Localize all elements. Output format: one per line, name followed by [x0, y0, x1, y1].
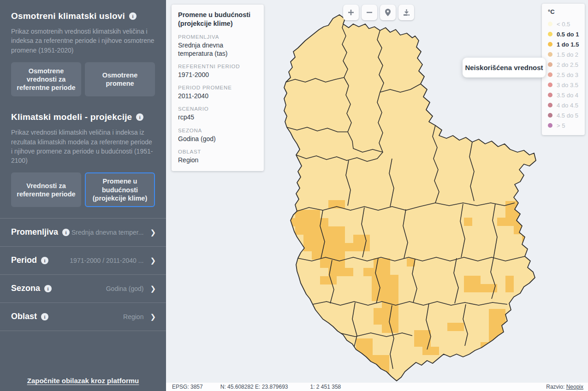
- observed-title-text: Osmotreni klimatski uslovi: [11, 11, 125, 21]
- legend-item[interactable]: 3 do 3.5: [548, 80, 580, 90]
- info-icon[interactable]: i: [44, 285, 52, 292]
- info-icon[interactable]: i: [62, 229, 70, 236]
- accordion-label-text: Promenljiva: [11, 227, 58, 237]
- legend-item-label: 1 do 1.5: [557, 41, 579, 48]
- legend-item-label: 3 do 3.5: [557, 82, 578, 89]
- legend-item[interactable]: < 0.5: [548, 19, 580, 29]
- zoom-in-button[interactable]: [343, 5, 359, 20]
- cursor-coordinates: N: 45.608282 E: 23.879693: [220, 384, 288, 390]
- chevron-right-icon: ❯: [150, 228, 156, 237]
- legend: °C < 0.50.5 do 11 do 1.51.5 do 22 do 2.5…: [542, 4, 585, 135]
- selection-summary-title: Promene u budućnosti (projekcije klime): [178, 11, 257, 28]
- legend-item[interactable]: 4.5 do 5: [548, 110, 580, 120]
- epsg-code: EPSG: 3857: [172, 384, 203, 390]
- legend-item-label: 2.5 do 3: [557, 71, 578, 78]
- climate-platform-app: Osmotreni klimatski uslovi i Prikaz osmo…: [0, 0, 588, 391]
- accordion-row-oblast[interactable]: OblastiRegion❯: [0, 303, 166, 331]
- models-section: Klimatski modeli - projekcije i Prikaz v…: [0, 107, 166, 217]
- summary-field-label: REFERENTNI PERIOD: [178, 64, 257, 69]
- legend-item[interactable]: 1 do 1.5: [548, 39, 580, 49]
- observed-section-title: Osmotreni klimatski uslovi i: [11, 11, 155, 21]
- credit-link[interactable]: Neopix: [566, 384, 583, 390]
- legend-item-label: 3.5 do 4: [557, 92, 578, 99]
- accordion-row-sezona[interactable]: SezonaiGodina (god)❯: [0, 275, 166, 303]
- legend-item[interactable]: 0.5 do 1: [548, 29, 580, 39]
- accordion-value: Godina (god): [106, 285, 150, 292]
- info-icon[interactable]: i: [129, 12, 137, 20]
- summary-field-value: Srednja dnevna temperatura (tas): [178, 41, 257, 58]
- legend-color-dot: [548, 32, 552, 36]
- summary-field-label: PERIOD PROMENE: [178, 85, 257, 90]
- summary-field-value: 1971-2000: [178, 71, 257, 79]
- accordion-label-text: Sezona: [11, 284, 40, 293]
- legend-color-dot: [548, 52, 552, 57]
- legend-item-label: 0.5 do 1: [557, 31, 579, 38]
- map-controls: [343, 5, 414, 20]
- model-future-button[interactable]: Promene u budućnosti (projekcije klime): [85, 172, 155, 207]
- accordion-label-text: Oblast: [11, 312, 37, 321]
- info-icon[interactable]: i: [41, 313, 48, 320]
- observed-changes-button[interactable]: Osmotrene promene: [85, 62, 155, 96]
- summary-field-value: rcp45: [178, 113, 257, 121]
- download-button[interactable]: [398, 5, 414, 20]
- legend-title: °C: [548, 8, 580, 15]
- legend-color-dot: [548, 93, 552, 97]
- tour-link[interactable]: Započnite obilazak kroz platformu: [0, 377, 166, 385]
- info-icon[interactable]: i: [41, 257, 48, 264]
- chevron-right-icon: ❯: [150, 313, 156, 321]
- selection-summary-panel: Promene u budućnosti (projekcije klime) …: [172, 5, 264, 171]
- accordion-value: Srednja dnevna temper...: [71, 229, 150, 236]
- summary-field-value: Region: [178, 156, 257, 164]
- models-title-text: Klimatski modeli - projekcije: [11, 112, 132, 122]
- legend-color-dot: [548, 22, 552, 26]
- info-icon[interactable]: i: [136, 113, 143, 121]
- plus-icon: [347, 9, 355, 16]
- credit-label: Razvio:: [546, 384, 564, 390]
- observed-description: Prikaz osmotrenih vrednosti klimatskih v…: [11, 27, 155, 55]
- legend-item[interactable]: 2.5 do 3: [548, 70, 580, 80]
- legend-item[interactable]: 1.5 do 2: [548, 49, 580, 59]
- legend-color-dot: [548, 62, 552, 67]
- accordion-label: Periodi: [11, 255, 48, 265]
- legend-color-dot: [548, 42, 552, 47]
- accordion-label: Promenljivai: [11, 227, 70, 237]
- summary-field-label: SEZONA: [178, 128, 257, 133]
- accordion-row-promenljiva[interactable]: PromenljivaiSrednja dnevna temper...❯: [0, 219, 166, 247]
- locate-button[interactable]: [380, 5, 396, 20]
- summary-field-value: 2011-2040: [178, 92, 257, 100]
- legend-color-dot: [548, 123, 552, 128]
- legend-color-dot: [548, 83, 552, 87]
- observed-buttons-row: Osmotrene vrednosti za referentne period…: [11, 62, 155, 96]
- models-buttons-row: Vrednosti za referentne periode Promene …: [11, 172, 155, 207]
- observed-section: Osmotreni klimatski uslovi i Prikaz osmo…: [0, 0, 166, 107]
- legend-tooltip: Neiskorišćena vrednost: [463, 58, 546, 77]
- chevron-right-icon: ❯: [150, 284, 156, 293]
- summary-field-value: Godina (god): [178, 135, 257, 143]
- observed-values-button[interactable]: Osmotrene vrednosti za referentne period…: [11, 62, 81, 96]
- accordion-label-text: Period: [11, 255, 37, 265]
- map-scale: 1: 2 451 358: [310, 384, 341, 390]
- model-reference-button[interactable]: Vrednosti za referentne periode: [11, 172, 81, 207]
- minus-icon: [366, 9, 373, 16]
- zoom-out-button[interactable]: [362, 5, 377, 20]
- summary-field-label: SCENARIO: [178, 106, 257, 112]
- accordion-value: 1971-2000 / 2011-2040 ...: [70, 257, 150, 264]
- legend-item[interactable]: > 5: [548, 120, 580, 130]
- models-description: Prikaz vrednosti klimatskih veličina i i…: [11, 128, 155, 165]
- legend-item-label: 1.5 do 2: [557, 51, 578, 58]
- filters-accordion: PromenljivaiSrednja dnevna temper...❯Per…: [0, 218, 166, 331]
- summary-field-label: OBLAST: [178, 149, 257, 154]
- legend-color-dot: [548, 113, 552, 118]
- accordion-row-period[interactable]: Periodi1971-2000 / 2011-2040 ...❯: [0, 247, 166, 275]
- summary-field-label: PROMENLJIVA: [178, 34, 257, 40]
- legend-color-dot: [548, 72, 552, 77]
- legend-item[interactable]: 2 do 2.5: [548, 59, 580, 70]
- accordion-label: Oblasti: [11, 312, 48, 321]
- map-area: Promene u budućnosti (projekcije klime) …: [166, 0, 588, 383]
- legend-item[interactable]: 4 do 4.5: [548, 100, 580, 110]
- location-pin-icon: [384, 8, 392, 17]
- legend-color-dot: [548, 103, 552, 107]
- accordion-label: Sezonai: [11, 284, 52, 293]
- legend-item-label: > 5: [557, 122, 565, 129]
- legend-item[interactable]: 3.5 do 4: [548, 90, 580, 100]
